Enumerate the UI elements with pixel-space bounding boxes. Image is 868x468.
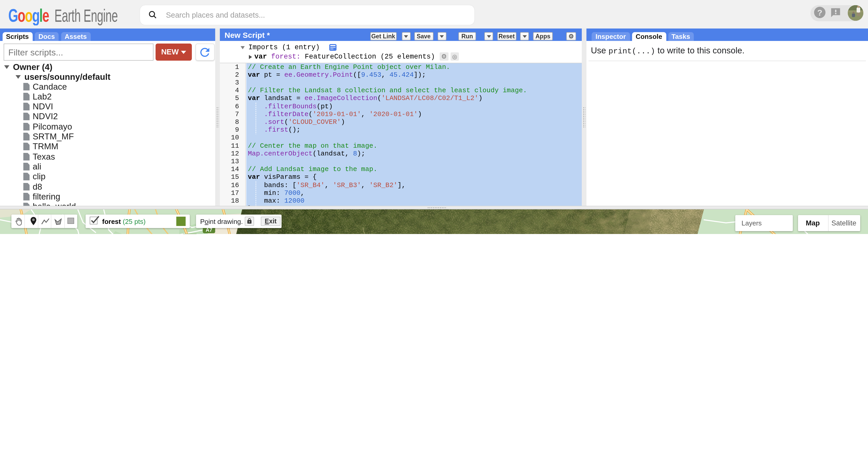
svg-text:Novi Ligu: Novi Ligu	[203, 233, 231, 234]
